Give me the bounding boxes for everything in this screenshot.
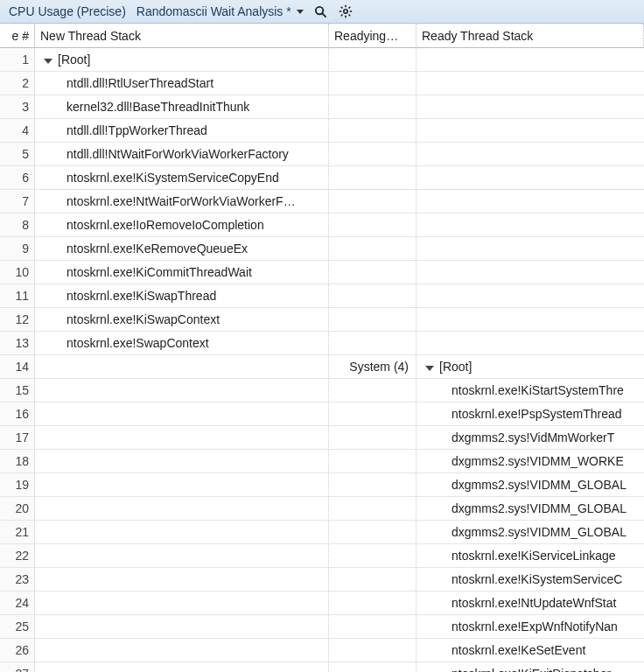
ready-thread-stack-cell[interactable] [416, 48, 644, 72]
new-thread-stack-cell[interactable] [35, 450, 329, 473]
preset-label: Randomascii Wait Analysis * [136, 4, 291, 18]
new-thread-stack-cell[interactable]: kernel32.dll!BaseThreadInitThunk [35, 95, 329, 119]
column-header-readying[interactable]: Readying… [329, 24, 416, 48]
column-header-ready-thread-stack[interactable]: Ready Thread Stack [416, 24, 644, 48]
ready-thread-stack-cell[interactable]: ntoskrnl.exe!ExpWnfNotifyNan [416, 615, 644, 639]
new-thread-stack-cell[interactable]: ntoskrnl.exe!KiSwapContext [35, 308, 329, 332]
stack-frame: ntoskrnl.exe!KiSwapThread [66, 289, 216, 303]
line-number: 13 [0, 332, 35, 355]
new-thread-stack-cell[interactable]: ntoskrnl.exe!NtWaitForWorkViaWorkerF… [35, 190, 329, 214]
view-title: CPU Usage (Precise) [4, 4, 131, 18]
readying-cell [329, 119, 416, 143]
new-thread-stack-cell[interactable]: ntdll.dll!TppWorkerThread [35, 119, 329, 143]
readying-cell [329, 72, 416, 95]
ready-thread-stack-cell[interactable] [416, 143, 644, 166]
ready-thread-stack-cell[interactable] [416, 261, 644, 284]
stack-frame: ntoskrnl.exe!KiSystemServiceC [452, 572, 622, 586]
svg-line-9 [341, 15, 343, 17]
column-header-line[interactable]: e # [0, 24, 35, 48]
ready-thread-stack-cell[interactable]: ntoskrnl.exe!NtUpdateWnfStat [416, 592, 644, 615]
stack-frame: dxgmms2.sys!VidMmWorkerT [452, 430, 614, 444]
ready-thread-stack-cell[interactable]: dxgmms2.sys!VIDMM_WORKE [416, 450, 644, 473]
ready-thread-stack-cell[interactable] [416, 308, 644, 332]
ready-thread-stack-cell[interactable] [416, 284, 644, 308]
ready-thread-stack-cell[interactable]: ntoskrnl.exe!KiSystemServiceC [416, 568, 644, 592]
new-thread-stack-cell[interactable] [35, 639, 329, 662]
new-thread-stack-cell[interactable] [35, 473, 329, 497]
new-thread-stack-cell[interactable] [35, 544, 329, 568]
new-thread-stack-cell[interactable] [35, 497, 329, 521]
line-number: 14 [0, 355, 35, 379]
readying-cell [329, 592, 416, 615]
ready-thread-stack-cell[interactable] [416, 72, 644, 95]
preset-dropdown[interactable]: Randomascii Wait Analysis * [131, 4, 309, 18]
readying-cell [329, 568, 416, 592]
new-thread-stack-cell[interactable]: ntoskrnl.exe!KeRemoveQueueEx [35, 237, 329, 261]
new-thread-stack-cell[interactable]: [Root] [35, 48, 329, 72]
line-number: 24 [0, 592, 35, 615]
line-number: 25 [0, 615, 35, 639]
new-thread-stack-cell[interactable] [35, 402, 329, 426]
line-number: 10 [0, 261, 35, 284]
readying-cell: System (4) [329, 355, 416, 379]
stack-frame: ntdll.dll!RtlUserThreadStart [66, 76, 214, 90]
new-thread-stack-cell[interactable]: ntdll.dll!NtWaitForWorkViaWorkerFactory [35, 143, 329, 166]
readying-cell [329, 402, 416, 426]
new-thread-stack-cell[interactable] [35, 568, 329, 592]
ready-thread-stack-cell[interactable]: ntoskrnl.exe!KiServiceLinkage [416, 544, 644, 568]
ready-thread-stack-cell[interactable]: ntoskrnl.exe!PspSystemThread [416, 402, 644, 426]
new-thread-stack-cell[interactable]: ntdll.dll!RtlUserThreadStart [35, 72, 329, 95]
readying-cell [329, 615, 416, 639]
readying-cell [329, 214, 416, 237]
new-thread-stack-cell[interactable] [35, 521, 329, 544]
new-thread-stack-cell[interactable] [35, 426, 329, 450]
readying-cell [329, 639, 416, 662]
ready-thread-stack-cell[interactable] [416, 332, 644, 355]
new-thread-stack-cell[interactable]: ntoskrnl.exe!KiSwapThread [35, 284, 329, 308]
ready-thread-stack-cell[interactable] [416, 119, 644, 143]
new-thread-stack-cell[interactable]: ntoskrnl.exe!KiCommitThreadWait [35, 261, 329, 284]
stack-frame: [Root] [58, 52, 90, 66]
line-number: 4 [0, 119, 35, 143]
stack-frame: ntoskrnl.exe!SwapContext [66, 336, 209, 350]
ready-thread-stack-cell[interactable]: dxgmms2.sys!VIDMM_GLOBAL [416, 521, 644, 544]
new-thread-stack-cell[interactable]: ntoskrnl.exe!KiSystemServiceCopyEnd [35, 166, 329, 190]
search-button[interactable] [312, 2, 331, 21]
stack-frame: ntdll.dll!TppWorkerThread [66, 123, 207, 137]
ready-thread-stack-cell[interactable]: dxgmms2.sys!VIDMM_GLOBAL [416, 473, 644, 497]
expand-caret-icon[interactable] [425, 366, 434, 371]
expand-caret-icon[interactable] [44, 59, 52, 64]
stack-frame: ntdll.dll!NtWaitForWorkViaWorkerFactory [66, 147, 289, 161]
ready-thread-stack-cell[interactable]: [Root] [416, 355, 644, 379]
new-thread-stack-cell[interactable] [35, 615, 329, 639]
settings-button[interactable] [336, 2, 355, 21]
chevron-down-icon [297, 10, 304, 14]
ready-thread-stack-cell[interactable] [416, 190, 644, 214]
stack-frame: dxgmms2.sys!VIDMM_GLOBAL [452, 478, 626, 492]
new-thread-stack-cell[interactable] [35, 662, 329, 672]
ready-thread-stack-cell[interactable] [416, 95, 644, 119]
new-thread-stack-cell[interactable] [35, 592, 329, 615]
readying-cell [329, 426, 416, 450]
ready-thread-stack-cell[interactable] [416, 237, 644, 261]
ready-thread-stack-cell[interactable]: ntoskrnl.exe!KiStartSystemThre [416, 379, 644, 402]
column-header-new-thread-stack[interactable]: New Thread Stack [35, 24, 329, 48]
ready-thread-stack-cell[interactable]: ntoskrnl.exe!KiExitDispatcher [416, 662, 644, 672]
ready-thread-stack-cell[interactable] [416, 166, 644, 190]
readying-cell [329, 143, 416, 166]
new-thread-stack-cell[interactable] [35, 379, 329, 402]
stack-frame: ntoskrnl.exe!ExpWnfNotifyNan [452, 620, 618, 634]
line-number: 12 [0, 308, 35, 332]
ready-thread-stack-cell[interactable]: dxgmms2.sys!VidMmWorkerT [416, 426, 644, 450]
line-number: 3 [0, 95, 35, 119]
readying-cell [329, 332, 416, 355]
readying-cell [329, 308, 416, 332]
stack-frame: ntoskrnl.exe!KiSystemServiceCopyEnd [66, 171, 279, 185]
ready-thread-stack-cell[interactable]: ntoskrnl.exe!KeSetEvent [416, 639, 644, 662]
line-number: 20 [0, 497, 35, 521]
ready-thread-stack-cell[interactable]: dxgmms2.sys!VIDMM_GLOBAL [416, 497, 644, 521]
new-thread-stack-cell[interactable]: ntoskrnl.exe!IoRemoveIoCompletion [35, 214, 329, 237]
ready-thread-stack-cell[interactable] [416, 214, 644, 237]
new-thread-stack-cell[interactable] [35, 355, 329, 379]
new-thread-stack-cell[interactable]: ntoskrnl.exe!SwapContext [35, 332, 329, 355]
